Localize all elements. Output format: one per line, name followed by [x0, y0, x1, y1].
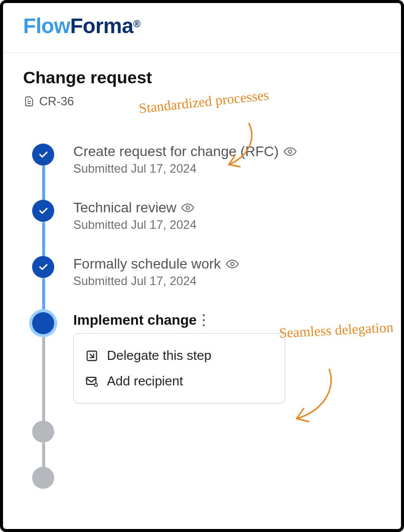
step-future-2 [73, 467, 381, 489]
menu-item-delegate[interactable]: Delegate this step [79, 343, 280, 368]
step-subtitle: Submitted Jul 17, 2024 [73, 218, 381, 232]
more-options-icon[interactable] [202, 313, 206, 327]
menu-item-label: Delegate this step [107, 348, 211, 363]
menu-item-add-recipient[interactable]: Add recipient [79, 368, 280, 394]
svg-point-5 [203, 324, 205, 326]
connector [42, 166, 45, 201]
connector [42, 334, 45, 422]
step-status-future-icon [32, 421, 54, 443]
eye-icon[interactable] [284, 145, 297, 158]
registered-mark-icon: ® [133, 18, 141, 29]
svg-point-0 [289, 150, 292, 154]
workflow-timeline: Create request for change (RFC) Submitte… [23, 144, 381, 489]
step-status-done-icon [32, 256, 54, 278]
connector [42, 222, 45, 257]
step-status-done-icon [32, 144, 54, 166]
annotation-arrow-icon [282, 364, 352, 435]
svg-rect-7 [87, 377, 96, 384]
step-title[interactable]: Formally schedule work [73, 256, 221, 272]
connector [42, 443, 45, 468]
document-icon [23, 95, 35, 107]
svg-point-3 [203, 314, 205, 316]
menu-item-label: Add recipient [107, 373, 183, 389]
step-status-current-icon [32, 312, 54, 334]
step-status-done-icon [32, 200, 54, 222]
app-header: FlowForma® [3, 3, 401, 53]
step-schedule-work: Formally schedule work Submitted Jul 17,… [73, 256, 381, 312]
svg-point-2 [231, 262, 234, 266]
step-actions-menu: Delegate this step Add recipient [73, 333, 285, 404]
step-subtitle: Submitted Jul 17, 2024 [73, 274, 381, 288]
eye-icon[interactable] [226, 257, 239, 271]
step-technical-review: Technical review Submitted Jul 17, 2024 [73, 200, 381, 256]
svg-point-4 [203, 319, 205, 321]
svg-point-1 [186, 206, 190, 210]
annotation-arrow-icon [209, 118, 269, 179]
step-status-future-icon [32, 467, 54, 489]
step-title[interactable]: Implement change [73, 312, 197, 328]
mail-plus-icon [85, 374, 99, 388]
record-id: CR-36 [39, 94, 74, 108]
eye-icon[interactable] [181, 201, 194, 214]
step-title[interactable]: Technical review [73, 200, 176, 216]
delegate-icon [85, 349, 99, 363]
brand-logo: FlowForma® [23, 14, 381, 38]
connector [42, 278, 45, 313]
page-title: Change request [23, 68, 381, 87]
